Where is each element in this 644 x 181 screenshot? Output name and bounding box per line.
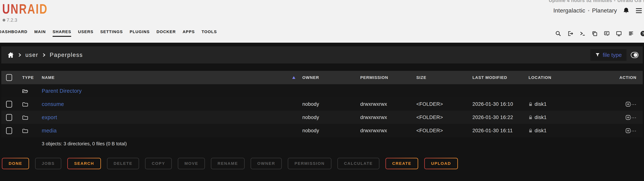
move-button: MOVE — [178, 158, 205, 169]
column-header-size[interactable]: SIZE — [416, 75, 472, 80]
search-icon[interactable] — [555, 30, 561, 36]
file-type-filter[interactable]: file type — [590, 49, 626, 61]
row-checkbox[interactable] — [6, 127, 12, 134]
delete-button: DELETE — [107, 158, 139, 169]
folder-icon — [22, 115, 28, 120]
lock-icon — [528, 115, 532, 120]
owner-button: OWNER — [251, 158, 282, 169]
svg-text:?: ? — [642, 32, 644, 36]
server-description[interactable]: Planetary — [592, 7, 617, 14]
more-actions-ellipsis[interactable]: ... — [631, 128, 636, 132]
breadcrumb-item-share[interactable]: Paperpless — [50, 52, 83, 58]
uptime-status: Uptime 4 hours 52 minutes•Unraid OS star… — [549, 0, 644, 3]
column-header-permission[interactable]: PERMISSION — [360, 75, 416, 80]
feedback-icon[interactable] — [604, 30, 610, 36]
nav-apps[interactable]: APPS — [182, 30, 195, 37]
unraid-logo: UNRAID — [2, 1, 48, 17]
os-status-text: Unraid OS started — [617, 0, 644, 3]
create-button[interactable]: CREATE — [386, 158, 418, 169]
terminal-icon[interactable] — [580, 30, 586, 36]
rename-button: RENAME — [211, 158, 244, 169]
table-row: media nobody drwxrwxrwx <FOLDER> 2026-01… — [1, 124, 643, 137]
permission-button: PERMISSION — [288, 158, 331, 169]
parent-directory-link[interactable]: Parent Directory — [42, 88, 82, 94]
copy-button: COPY — [145, 158, 172, 169]
size-cell: <FOLDER> — [416, 114, 472, 120]
row-checkbox[interactable] — [6, 101, 12, 108]
objects-summary: 3 objects: 3 directories, 0 files (0 B t… — [42, 141, 127, 146]
search-button[interactable]: SEARCH — [67, 158, 101, 169]
notifications-bell-icon[interactable] — [622, 7, 630, 14]
add-action-icon[interactable] — [625, 101, 631, 107]
help-icon[interactable]: ? — [640, 30, 644, 36]
home-icon[interactable] — [7, 52, 14, 58]
row-actions-button[interactable]: ... — [584, 101, 638, 107]
lock-icon — [528, 128, 532, 133]
owner-cell: nobody — [302, 114, 360, 120]
menu-hamburger-icon[interactable] — [635, 8, 642, 14]
file-name-link[interactable]: consume — [42, 101, 64, 107]
column-header-name[interactable]: NAME — [42, 75, 302, 80]
lock-icon — [528, 102, 532, 106]
nav-docker[interactable]: DOCKER — [156, 30, 176, 37]
nav-settings[interactable]: SETTINGS — [100, 30, 123, 37]
table-row-parent: Parent Directory — [1, 84, 643, 98]
table-row: export nobody drwxrwxrwx <FOLDER> 2026-0… — [1, 111, 643, 124]
select-all-checkbox[interactable] — [6, 74, 12, 81]
row-checkbox[interactable] — [6, 114, 12, 121]
file-name-link[interactable]: export — [42, 114, 57, 120]
row-actions-button[interactable]: ... — [584, 128, 638, 134]
quick-icons-bar: ? — [555, 30, 644, 36]
table-row: consume nobody drwxrwxrwx <FOLDER> 2026-… — [1, 98, 643, 111]
column-header-modified[interactable]: LAST MODIFIED — [472, 75, 528, 80]
column-header-action: ACTION — [584, 75, 638, 80]
upload-button[interactable]: UPLOAD — [424, 158, 458, 169]
chevron-right-icon — [42, 52, 46, 58]
row-actions-button[interactable]: ... — [584, 114, 638, 120]
permission-cell: drwxrwxrwx — [360, 101, 416, 107]
table-header: TYPE NAME OWNER PERMISSION SIZE LAST MOD… — [1, 71, 643, 84]
nav-plugins[interactable]: PLUGINS — [130, 30, 150, 37]
logs-icon[interactable] — [628, 30, 634, 36]
column-header-owner[interactable]: OWNER — [302, 75, 360, 80]
nav-tools[interactable]: TOOLS — [202, 30, 217, 37]
add-action-icon[interactable] — [625, 128, 631, 134]
uptime-separator: • — [612, 0, 617, 3]
top-header: UNRAID 7.2.3 Uptime 4 hours 52 minutes•U… — [0, 0, 644, 43]
calculate-button: CALCULATE — [338, 158, 380, 169]
version-number: 7.2.3 — [6, 17, 17, 23]
nav-users[interactable]: USERS — [78, 30, 94, 37]
column-header-type[interactable]: TYPE — [22, 75, 42, 80]
file-table: Parent Directory consume nobody drwxrwxr… — [1, 84, 643, 137]
folder-icon — [22, 128, 28, 133]
sort-ascending-icon[interactable] — [292, 76, 295, 79]
clone-icon[interactable] — [592, 30, 598, 36]
permission-cell: drwxrwxrwx — [360, 128, 416, 134]
nav-main[interactable]: MAIN — [34, 30, 46, 37]
display-icon[interactable] — [616, 30, 622, 36]
nav-dashboard[interactable]: DASHBOARD — [0, 30, 28, 37]
done-button[interactable]: DONE — [2, 158, 29, 169]
action-buttons-bar: DONE JOBS SEARCH DELETE COPY MOVE RENAME… — [2, 158, 458, 169]
owner-cell: nobody — [302, 101, 360, 107]
sign-out-icon[interactable] — [567, 30, 574, 36]
nav-shares[interactable]: SHARES — [52, 30, 71, 37]
folder-icon — [22, 102, 28, 107]
size-cell: <FOLDER> — [416, 128, 472, 134]
breadcrumb: user Paperpless file type — [1, 46, 643, 64]
uptime-text: Uptime 4 hours 52 minutes — [549, 0, 612, 3]
modified-cell: 2026-01-30 16:10 — [472, 101, 528, 107]
more-actions-ellipsis[interactable]: ... — [631, 102, 636, 106]
more-actions-ellipsis[interactable]: ... — [631, 115, 636, 120]
permission-cell: drwxrwxrwx — [360, 114, 416, 120]
jobs-button: JOBS — [35, 158, 61, 169]
column-header-location[interactable]: LOCATION — [528, 75, 584, 80]
view-toggle-icon[interactable] — [630, 52, 639, 58]
server-identity: Intergalactic • Planetary — [553, 7, 642, 14]
owner-cell: nobody — [302, 128, 360, 134]
breadcrumb-item-user[interactable]: user — [26, 52, 38, 58]
add-action-icon[interactable] — [625, 114, 631, 120]
version-label: 7.2.3 — [2, 17, 17, 23]
server-name[interactable]: Intergalactic — [553, 7, 585, 14]
file-name-link[interactable]: media — [42, 128, 57, 134]
